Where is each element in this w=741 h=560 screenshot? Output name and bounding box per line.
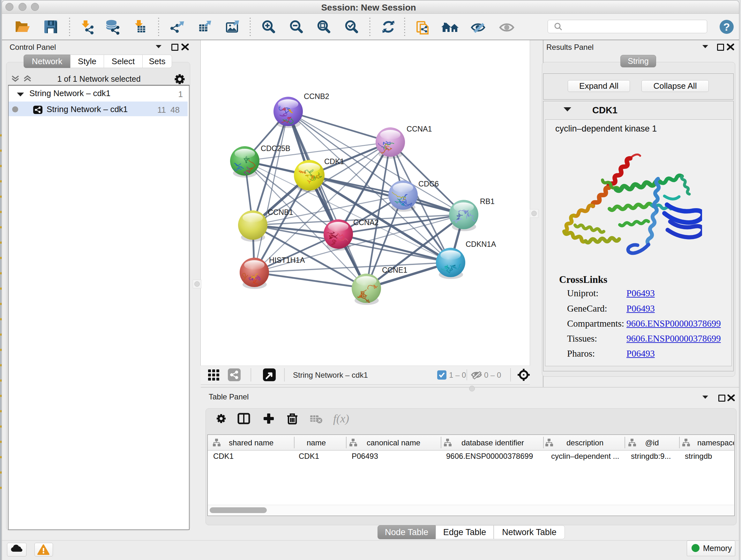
- svg-text:1 of 1 Network selected: 1 of 1 Network selected: [57, 74, 140, 83]
- svg-text:namespace: namespace: [697, 438, 734, 447]
- svg-text:canonical name: canonical name: [367, 438, 420, 447]
- svg-text:CDK1: CDK1: [324, 158, 344, 166]
- svg-text:CCNB1: CCNB1: [268, 208, 293, 216]
- svg-text:RB1: RB1: [480, 197, 495, 206]
- svg-text:CDC6: CDC6: [418, 180, 439, 188]
- svg-text:String Network – cdk1: String Network – cdk1: [293, 371, 368, 379]
- svg-text:@id: @id: [645, 438, 659, 447]
- svg-text:CDKN1A: CDKN1A: [466, 240, 496, 248]
- svg-text:CCNA2: CCNA2: [353, 219, 379, 227]
- svg-text:f(x): f(x): [333, 412, 349, 425]
- svg-text:HIST1H1A: HIST1H1A: [269, 256, 305, 264]
- svg-text:CDC25B: CDC25B: [261, 144, 290, 152]
- svg-text:0 – 0: 0 – 0: [484, 371, 501, 379]
- svg-text:CCNB2: CCNB2: [304, 92, 329, 101]
- svg-text:name: name: [307, 438, 326, 447]
- svg-text:CCNE1: CCNE1: [382, 266, 408, 274]
- svg-text:1 – 0: 1 – 0: [449, 371, 466, 379]
- svg-text:CCNA1: CCNA1: [407, 125, 432, 133]
- svg-text:description: description: [566, 438, 603, 447]
- svg-text:shared name: shared name: [229, 438, 273, 447]
- svg-text:database identifier: database identifier: [461, 438, 524, 447]
